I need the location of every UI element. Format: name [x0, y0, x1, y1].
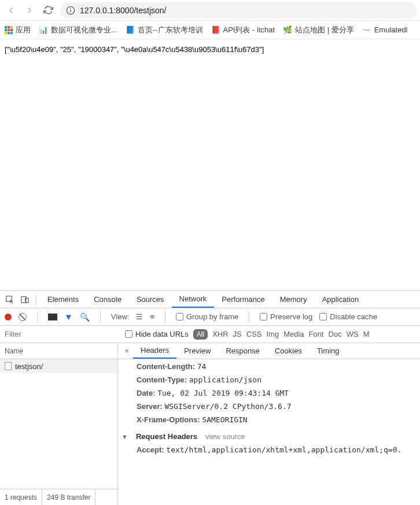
- record-button[interactable]: [5, 314, 12, 320]
- header-key: X-Frame-Options:: [137, 415, 200, 424]
- url-text: 127.0.0.1:8000/testjson/: [80, 6, 166, 15]
- filter-type-manifest[interactable]: M: [363, 330, 370, 338]
- apps-icon: [5, 26, 13, 34]
- group-label: Group by frame: [186, 312, 238, 321]
- svg-point-2: [70, 8, 71, 9]
- apps-label: 应用: [16, 25, 31, 35]
- response-text: ["\u5f20\u4e09", "25", "19000347", "\u4e…: [5, 45, 264, 54]
- favicon-icon: 📕: [211, 25, 220, 35]
- document-icon: [5, 362, 12, 370]
- request-list-header[interactable]: Name: [0, 343, 117, 359]
- disable-cache-label: Disable cache: [330, 312, 377, 321]
- view-source-link[interactable]: view source: [205, 432, 245, 441]
- bookmark-item[interactable]: 📕API列表 - itchat: [211, 25, 275, 35]
- header-value: 74: [197, 362, 207, 371]
- divider: [37, 312, 38, 322]
- forward-button[interactable]: [22, 3, 37, 18]
- tab-console[interactable]: Console: [86, 292, 129, 307]
- request-summary: 1 requests 249 B transfer: [0, 489, 117, 505]
- request-headers-section-head[interactable]: ▼ Request Headers view source: [128, 426, 420, 443]
- search-icon[interactable]: 🔍: [80, 312, 90, 322]
- inspect-element-icon[interactable]: [2, 292, 17, 307]
- disclosure-triangle-icon: ▼: [121, 433, 128, 440]
- header-line: Date: Tue, 02 Jul 2019 09:43:14 GMT: [128, 386, 420, 400]
- tab-application[interactable]: Application: [315, 292, 367, 307]
- header-value: application/json: [189, 375, 261, 384]
- devtools-panel: Elements Console Sources Network Perform…: [0, 290, 420, 505]
- address-bar[interactable]: 127.0.0.1:8000/testjson/: [60, 2, 417, 19]
- bookmark-label: API列表 - itchat: [223, 25, 275, 35]
- tab-elements[interactable]: Elements: [40, 292, 86, 307]
- hide-data-urls-checkbox[interactable]: Hide data URLs: [125, 330, 189, 338]
- detail-tab-preview[interactable]: Preview: [176, 344, 218, 358]
- devtools-body: Name testjson/ 1 requests 249 B transfer…: [0, 343, 420, 505]
- network-filter-bar: Hide data URLs All XHR JS CSS Img Media …: [0, 326, 420, 343]
- preserve-log-checkbox[interactable]: Preserve log: [260, 312, 312, 321]
- bookmark-item[interactable]: 📘首页--广东软考培训: [126, 25, 203, 35]
- divider: [100, 312, 101, 322]
- divider: [249, 312, 249, 322]
- filter-type-all[interactable]: All: [193, 329, 208, 340]
- detail-content[interactable]: Content-Length: 74 Content-Type: applica…: [118, 359, 420, 505]
- detail-tab-headers[interactable]: Headers: [133, 343, 176, 359]
- detail-tab-timing[interactable]: Timing: [310, 344, 347, 358]
- apps-button[interactable]: 应用: [5, 25, 31, 35]
- devtools-tabs: Elements Console Sources Network Perform…: [0, 291, 420, 308]
- browser-toolbar: 127.0.0.1:8000/testjson/: [0, 0, 420, 21]
- tab-sources[interactable]: Sources: [129, 292, 172, 307]
- detail-tab-cookies[interactable]: Cookies: [267, 344, 310, 358]
- filter-input[interactable]: [5, 330, 120, 338]
- group-by-frame-checkbox[interactable]: Group by frame: [176, 312, 238, 321]
- filter-type-img[interactable]: Img: [266, 330, 279, 338]
- request-list: Name testjson/ 1 requests 249 B transfer: [0, 343, 118, 505]
- favicon-icon: 📊: [39, 25, 48, 35]
- tab-network[interactable]: Network: [172, 291, 215, 308]
- filter-type-js[interactable]: JS: [233, 330, 242, 338]
- header-line: Server: WSGIServer/0.2 CPython/3.6.7: [128, 400, 420, 413]
- bookmark-item[interactable]: ⁓Emulatedl: [362, 25, 408, 35]
- filter-type-xhr[interactable]: XHR: [212, 330, 228, 338]
- header-line: Accept: text/html,application/xhtml+xml,…: [128, 443, 420, 456]
- section-title: Request Headers: [136, 432, 197, 441]
- back-button[interactable]: [3, 3, 19, 18]
- screenshot-icon[interactable]: [48, 314, 57, 320]
- request-row[interactable]: testjson/: [0, 359, 117, 373]
- clear-button[interactable]: [19, 313, 27, 321]
- header-key: Content-Length:: [137, 362, 195, 371]
- bookmarks-bar: 应用 📊数据可视化微专业... 📘首页--广东软考培训 📕API列表 - itc…: [0, 21, 420, 39]
- bookmark-label: 数据可视化微专业...: [51, 25, 117, 35]
- page-body: ["\u5f20\u4e09", "25", "19000347", "\u4e…: [0, 39, 420, 290]
- detail-tab-response[interactable]: Response: [218, 344, 267, 358]
- header-line: Content-Type: application/json: [128, 373, 420, 386]
- filter-type-media[interactable]: Media: [283, 330, 304, 338]
- header-key: Content-Type:: [137, 375, 187, 384]
- tab-memory[interactable]: Memory: [272, 292, 315, 307]
- preserve-label: Preserve log: [270, 312, 312, 321]
- hide-data-label: Hide data URLs: [135, 330, 189, 338]
- bookmark-item[interactable]: 📊数据可视化微专业...: [39, 25, 117, 35]
- view-large-icon[interactable]: ☰: [136, 312, 143, 321]
- header-value: Tue, 02 Jul 2019 09:43:14 GMT: [157, 389, 289, 397]
- filter-type-doc[interactable]: Doc: [329, 330, 342, 338]
- disable-cache-checkbox[interactable]: Disable cache: [319, 312, 377, 321]
- divider: [36, 294, 36, 305]
- detail-tabs: × Headers Preview Response Cookies Timin…: [118, 343, 420, 359]
- filter-icon[interactable]: ▼: [64, 312, 73, 322]
- divider: [165, 312, 165, 322]
- transfer-size: 249 B transfer: [42, 489, 95, 505]
- tab-performance[interactable]: Performance: [214, 292, 272, 307]
- filter-type-css[interactable]: CSS: [246, 330, 262, 338]
- favicon-icon: 🌿: [283, 25, 292, 35]
- bookmark-item[interactable]: 🌿站点地图 | 爱分享: [283, 25, 354, 35]
- site-info-icon[interactable]: [66, 6, 75, 15]
- close-detail-button[interactable]: ×: [120, 347, 133, 355]
- view-small-icon[interactable]: ≡: [150, 312, 154, 321]
- filter-type-font[interactable]: Font: [309, 330, 324, 338]
- filter-type-ws[interactable]: WS: [347, 330, 359, 338]
- favicon-icon: ⁓: [362, 25, 371, 35]
- requests-count: 1 requests: [0, 489, 42, 505]
- nav-buttons: [3, 3, 56, 18]
- device-toggle-icon[interactable]: [17, 292, 32, 307]
- network-toolbar: ▼ 🔍 View: ☰ ≡ Group by frame Preserve lo…: [0, 308, 420, 326]
- reload-button[interactable]: [40, 3, 56, 18]
